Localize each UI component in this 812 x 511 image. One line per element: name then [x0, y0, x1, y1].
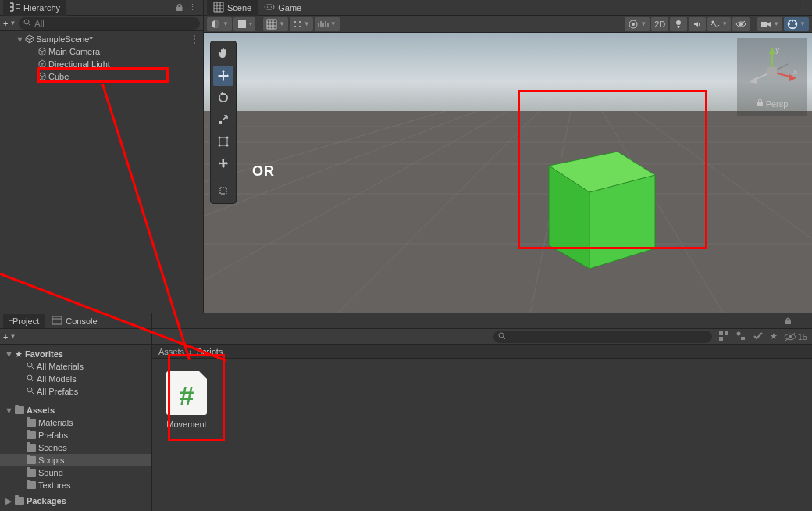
gameobject-icon [37, 72, 47, 81]
hierarchy-icon [9, 2, 20, 14]
gameobject-icon [37, 47, 47, 56]
favorite-star-icon[interactable]: ★ [770, 331, 778, 341]
folder-materials[interactable]: Materials [0, 416, 151, 429]
folder-prefabs[interactable]: Prefabs [0, 429, 151, 441]
scene-viewport[interactable]: y x Persp OR [204, 33, 812, 313]
folder-scenes[interactable]: Scenes [0, 441, 151, 454]
shading-mode-dropdown[interactable]: ▼ [207, 17, 232, 31]
folder-textures[interactable]: Textures [0, 479, 151, 491]
svg-line-24 [204, 111, 508, 313]
item-label: Materials [38, 418, 73, 427]
search-icon [27, 362, 34, 371]
folder-icon [27, 469, 36, 477]
tab-hierarchy[interactable]: Hierarchy [3, 0, 66, 16]
hierarchy-item-cube[interactable]: Cube [0, 70, 203, 83]
hierarchy-item-light[interactable]: Directional Light [0, 58, 203, 70]
breadcrumb-scripts[interactable]: Scripts [197, 347, 223, 356]
search-placeholder: All [34, 19, 44, 28]
move-tool[interactable] [213, 66, 233, 86]
item-label: Scenes [38, 443, 67, 452]
packages-header[interactable]: ▶ Packages [0, 495, 151, 507]
packages-label: Packages [27, 496, 66, 506]
kebab-icon[interactable]: ⋮ [794, 2, 812, 13]
orientation-gizmo[interactable]: y x Persp [737, 38, 807, 116]
item-label: Main Camera [48, 47, 100, 56]
lighting-toggle[interactable] [670, 17, 687, 31]
item-label: Textures [38, 481, 71, 490]
custom-tool[interactable] [213, 180, 233, 201]
svg-point-57 [27, 388, 32, 392]
filter-by-type-icon[interactable] [718, 331, 729, 343]
tab-game[interactable]: Game [258, 0, 308, 16]
create-dropdown[interactable]: +▼ [3, 332, 16, 341]
rect-tool[interactable] [213, 131, 233, 152]
svg-point-9 [294, 26, 296, 27]
folder-scripts[interactable]: Scripts [0, 454, 151, 466]
favorites-header[interactable]: ▼ ★ Favorites [0, 348, 151, 360]
tab-project[interactable]: Project [3, 314, 45, 328]
folder-icon [15, 406, 24, 414]
breadcrumb-assets[interactable]: Assets [158, 347, 184, 356]
scale-tool[interactable] [213, 109, 233, 130]
hand-tool[interactable] [213, 44, 233, 64]
grid-toggle[interactable]: ▼ [263, 17, 288, 31]
svg-line-28 [204, 111, 477, 313]
item-label: Cube [48, 72, 69, 81]
drawmode-dropdown[interactable]: ▾ [233, 17, 255, 31]
increment-snap[interactable]: ▼ [315, 17, 340, 31]
gizmos-dropdown[interactable]: ▼ [784, 17, 809, 31]
foldout-icon[interactable]: ▼ [16, 34, 23, 44]
tab-label: Game [278, 3, 301, 13]
filter-by-label-icon[interactable] [735, 331, 746, 343]
item-label: All Materials [37, 362, 84, 371]
folder-sound[interactable]: Sound [0, 466, 151, 479]
transform-tool[interactable] [213, 153, 233, 173]
hidden-toggle[interactable]: 15 [784, 332, 807, 341]
kebab-icon[interactable]: ⋮ [190, 34, 203, 45]
scene-grid-icon [213, 2, 224, 14]
kebab-icon[interactable]: ⋮ [799, 316, 807, 326]
folder-icon [27, 419, 36, 427]
save-search-icon[interactable] [753, 331, 764, 343]
project-search[interactable] [493, 331, 712, 343]
assets-header[interactable]: ▼ Assets [0, 404, 151, 416]
persp-lock-icon [757, 98, 764, 109]
kebab-icon[interactable]: ⋮ [188, 2, 200, 13]
visibility-toggle[interactable] [732, 17, 750, 31]
hierarchy-item-camera[interactable]: Main Camera [0, 45, 203, 58]
folder-icon [27, 444, 36, 452]
favorite-all-materials[interactable]: All Materials [0, 360, 151, 373]
cube-object[interactable] [519, 130, 668, 278]
render-doc-dropdown[interactable]: ▼ [625, 17, 650, 31]
hierarchy-search[interactable]: All [19, 17, 200, 30]
svg-line-60 [503, 337, 505, 339]
foldout-icon[interactable]: ▼ [5, 349, 12, 359]
tab-console[interactable]: Console [45, 313, 103, 330]
svg-point-38 [226, 137, 229, 139]
favorite-all-models[interactable]: All Models [0, 373, 151, 385]
axis-x-label: x [793, 66, 798, 76]
2d-toggle[interactable]: 2D [651, 17, 668, 31]
svg-point-0 [24, 20, 29, 24]
camera-dropdown[interactable]: ▼ [757, 17, 782, 31]
lock-icon[interactable]: 🔒︎ [175, 2, 188, 13]
create-dropdown[interactable]: +▼ [3, 19, 16, 28]
svg-line-30 [204, 111, 446, 313]
scene-row[interactable]: ▼ SampleScene* ⋮ [0, 33, 203, 45]
svg-point-39 [219, 145, 221, 147]
svg-line-56 [32, 380, 34, 382]
rotate-tool[interactable] [213, 88, 233, 108]
script-file[interactable]: # Movement [165, 371, 208, 429]
tab-scene[interactable]: Scene [207, 0, 258, 16]
svg-rect-51 [52, 316, 62, 324]
file-name: Movement [166, 420, 206, 429]
svg-rect-36 [219, 138, 227, 145]
lock-icon[interactable]: 🔒︎ [784, 316, 792, 326]
foldout-icon[interactable]: ▼ [5, 406, 12, 415]
snap-dropdown[interactable]: ▼ [290, 17, 313, 31]
fx-toggle[interactable]: ▼ [707, 17, 731, 31]
audio-toggle[interactable] [689, 17, 706, 31]
favorite-all-prefabs[interactable]: All Prefabs [0, 385, 151, 398]
svg-line-58 [32, 392, 34, 395]
foldout-icon[interactable]: ▶ [5, 496, 12, 506]
